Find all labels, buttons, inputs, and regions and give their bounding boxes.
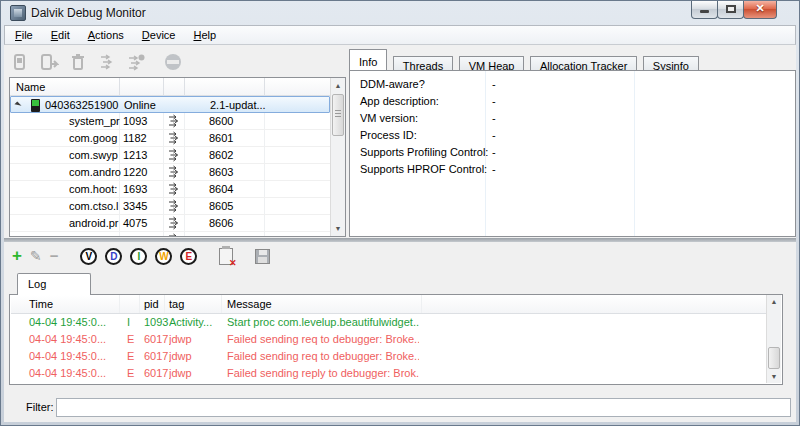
col-message: Message: [227, 298, 272, 310]
device-serial: 040363251900: [45, 99, 118, 111]
scroll-up-icon[interactable]: ▲: [333, 82, 343, 89]
close-button[interactable]: ✕: [743, 1, 777, 19]
expand-collapse-icon[interactable]: [14, 101, 21, 108]
log-group: Time pid tag Message 04-04 19:45:0...I10…: [9, 294, 783, 385]
process-row[interactable]: com.ctso.l 3345 8605: [10, 198, 330, 215]
log-level-info-button[interactable]: I: [130, 248, 147, 265]
col-tag: tag: [169, 298, 184, 310]
menu-help[interactable]: Help: [185, 27, 224, 43]
process-pid: 1693: [123, 183, 147, 195]
export-log-icon[interactable]: [255, 249, 270, 264]
menu-device[interactable]: Device: [134, 27, 184, 43]
device-row[interactable]: 040363251900 Online 2.1-updat...: [10, 96, 330, 113]
process-row[interactable]: com.swyp 1213 8602: [10, 147, 330, 164]
col-pid: pid: [144, 298, 159, 310]
stop-process-icon[interactable]: [163, 52, 183, 72]
log-level-verbose-button[interactable]: V: [80, 248, 97, 265]
update-threads-icon[interactable]: [97, 52, 117, 72]
maximize-button[interactable]: [717, 1, 744, 19]
device-status: Online: [124, 99, 156, 111]
process-pid: 1213: [123, 149, 147, 161]
tab-log[interactable]: Log: [17, 273, 91, 295]
tab-info[interactable]: Info: [349, 49, 387, 70]
log-toolbar: + ✎ − V D I W E: [12, 245, 270, 267]
process-pid: 4755: [123, 234, 147, 237]
minimize-icon: [700, 10, 709, 13]
process-name: android.pr: [69, 217, 121, 229]
info-row: Supports HPROF Control:-: [350, 161, 795, 178]
maximize-icon: [726, 5, 736, 13]
attach-debugger-icon[interactable]: [39, 52, 59, 72]
col-time: Time: [29, 298, 53, 310]
process-name: com.goog: [69, 132, 121, 144]
threads-icon: [167, 131, 181, 145]
filter-input[interactable]: [56, 398, 791, 417]
threads-icon: [167, 233, 181, 237]
process-name: com.ctso.l: [69, 200, 121, 212]
column-divider[interactable]: [163, 78, 164, 96]
process-port: 8601: [209, 132, 233, 144]
process-port: 8603: [209, 166, 233, 178]
process-port: 8605: [209, 200, 233, 212]
log-scrollbar[interactable]: ▲ ▼: [766, 295, 781, 383]
garbage-collect-icon[interactable]: [68, 52, 88, 72]
scroll-up-icon[interactable]: ▲: [769, 298, 779, 305]
log-row[interactable]: 04-04 19:45:0...E6017jdwpFailed sending …: [11, 331, 766, 348]
column-divider[interactable]: [184, 78, 185, 96]
info-row: VM version:-: [350, 110, 795, 127]
update-heap-icon[interactable]: [126, 52, 146, 72]
process-row[interactable]: com.goog 1182 8601: [10, 130, 330, 147]
process-row[interactable]: com.netg: 4755 8607: [10, 232, 330, 237]
column-divider[interactable]: [119, 78, 120, 96]
minimize-button[interactable]: [691, 1, 718, 19]
clear-log-icon[interactable]: [219, 248, 233, 265]
log-row[interactable]: 04-04 19:45:0...E6017jdwpFailed sending …: [11, 365, 766, 382]
debug-process-icon[interactable]: [10, 52, 30, 72]
process-pid: 3345: [123, 200, 147, 212]
ddms-window: Dalvik Debug Monitor ✕ File Edit Actions…: [0, 0, 800, 426]
threads-icon: [167, 114, 181, 128]
log-level-error-button[interactable]: E: [180, 248, 197, 265]
process-row[interactable]: com.hoot: 1693 8604: [10, 181, 330, 198]
device-process-tree: Name 040363251900 Online 2.1-updat... sy…: [9, 77, 346, 237]
menu-actions[interactable]: Actions: [80, 27, 132, 43]
menu-edit[interactable]: Edit: [43, 27, 78, 43]
threads-icon: [167, 182, 181, 196]
title-bar[interactable]: Dalvik Debug Monitor ✕: [1, 1, 799, 25]
info-panel: DDM-aware?- App description:- VM version…: [349, 70, 796, 237]
process-pid: 4075: [123, 217, 147, 229]
filter-bar: Filter:: [4, 393, 796, 423]
process-port: 8606: [209, 217, 233, 229]
scrollbar-thumb[interactable]: [768, 347, 780, 369]
process-port: 8604: [209, 183, 233, 195]
process-name: com.hoot:: [69, 183, 121, 195]
threads-icon: [167, 165, 181, 179]
window-title: Dalvik Debug Monitor: [31, 6, 146, 20]
horizontal-sash[interactable]: [4, 238, 796, 242]
log-level-debug-button[interactable]: D: [105, 248, 122, 265]
log-table-header[interactable]: Time pid tag Message: [11, 295, 766, 314]
process-name: com.swyp: [69, 149, 121, 161]
tree-scrollbar[interactable]: ▲ ▼: [330, 78, 345, 236]
menu-bar: File Edit Actions Device Help: [4, 25, 796, 45]
add-filter-button[interactable]: +: [12, 248, 22, 264]
log-row[interactable]: 04-04 19:45:0...I1093Activity...Start pr…: [11, 314, 766, 331]
process-row[interactable]: system_pr 1093 8600: [10, 113, 330, 130]
delete-filter-button[interactable]: −: [50, 249, 59, 263]
menu-file[interactable]: File: [7, 27, 41, 43]
scroll-down-icon[interactable]: ▼: [333, 225, 343, 232]
process-pid: 1220: [123, 166, 147, 178]
device-version: 2.1-updat...: [210, 99, 266, 111]
edit-filter-button[interactable]: ✎: [30, 248, 42, 264]
tree-header[interactable]: Name: [10, 78, 330, 96]
device-toolbar: [10, 49, 183, 75]
log-row[interactable]: 04-04 19:45:0...E6017jdwpFailed sending …: [11, 348, 766, 365]
process-port: 8607: [209, 234, 233, 237]
process-name: system_pr: [69, 115, 121, 127]
scrollbar-thumb[interactable]: [332, 94, 344, 136]
column-divider[interactable]: [264, 78, 265, 96]
process-row[interactable]: android.pr 4075 8606: [10, 215, 330, 232]
log-level-warn-button[interactable]: W: [155, 248, 172, 265]
process-row[interactable]: com.andro 1220 8603: [10, 164, 330, 181]
scroll-down-icon[interactable]: ▼: [769, 373, 779, 380]
